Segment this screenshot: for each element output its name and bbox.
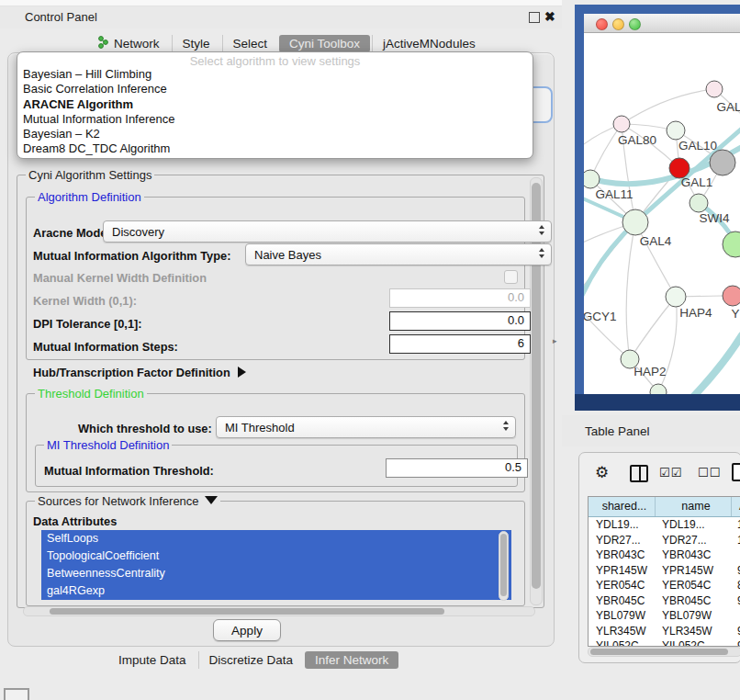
mi-threshold-label: Mutual Information Threshold: xyxy=(44,464,214,478)
network-window-titlebar[interactable] xyxy=(584,14,740,33)
minimized-panel-icon[interactable] xyxy=(4,688,29,700)
table-row[interactable]: YER054CYER054C8. xyxy=(589,578,740,593)
algorithm-option[interactable]: Basic Correlation Inference xyxy=(17,82,533,96)
kernel-width-field[interactable]: 0.0 xyxy=(389,288,531,308)
tab-style[interactable]: Style xyxy=(172,35,220,52)
tab-infer-network[interactable]: Infer Network xyxy=(305,651,398,669)
network-node-label: HAP4 xyxy=(679,306,712,320)
deselect-all-rows-icon[interactable]: ☐☐ xyxy=(698,466,721,480)
attribute-item[interactable]: gal4RGexp xyxy=(41,582,511,600)
column-view-icon[interactable] xyxy=(630,465,648,482)
which-threshold-combo[interactable]: MI Threshold xyxy=(216,416,516,438)
manual-kernel-width-checkbox[interactable] xyxy=(504,270,518,284)
network-node-green-right[interactable] xyxy=(723,231,740,257)
network-edge[interactable] xyxy=(584,222,635,300)
data-attributes-list[interactable]: SelfLoopsTopologicalCoefficientBetweenne… xyxy=(41,530,511,600)
network-edge[interactable] xyxy=(630,297,676,359)
algorithm-option[interactable]: ARACNE Algorithm xyxy=(17,97,533,112)
tab-jactivemnodules[interactable]: jActiveMNodules xyxy=(372,35,486,52)
network-node-gray-node[interactable] xyxy=(710,150,735,175)
node-attribute-table[interactable]: shared...nameAYDL19...YDL19...13YDR27...… xyxy=(588,496,740,647)
table-row[interactable]: YBL079WYBL079W xyxy=(589,608,740,624)
tab-network[interactable]: Network xyxy=(87,34,170,53)
tab-cyni-toolbox[interactable]: Cyni Toolbox xyxy=(279,35,370,52)
table-scrollbar-thumb[interactable] xyxy=(590,649,728,655)
tab-impute-data[interactable]: Impute Data xyxy=(108,651,196,669)
network-node-hap4[interactable] xyxy=(666,287,686,307)
network-node-gal10[interactable] xyxy=(667,121,685,140)
column-header[interactable]: name xyxy=(656,497,732,516)
tab-discretize-data[interactable]: Discretize Data xyxy=(198,651,304,669)
attributes-scrollbar-thumb[interactable] xyxy=(500,534,507,596)
network-view-window: GALGAL80GAL10GAL1GAL11SWI4GAL4HAP4YGCY1H… xyxy=(584,14,740,394)
kernel-width-label: Kernel Width (0,1): xyxy=(33,294,137,308)
cell-extra: 9. xyxy=(730,624,740,639)
algorithm-option[interactable]: Bayesian – Hill Climbing xyxy=(17,67,533,82)
aracne-mode-value: Discovery xyxy=(112,225,164,239)
network-node-salmon-partial[interactable] xyxy=(723,286,740,306)
algorithm-option[interactable]: Mutual Information Inference xyxy=(17,112,533,127)
network-node-gal-partial[interactable] xyxy=(706,81,723,97)
table-horizontal-scrollbar[interactable] xyxy=(588,647,740,657)
apply-button[interactable]: Apply xyxy=(213,619,281,641)
split-pane-handle[interactable]: ▸ xyxy=(553,336,557,345)
table-row[interactable]: YBR043CYBR043C xyxy=(589,548,740,563)
cell-shared-name: YER054C xyxy=(589,578,655,593)
table-settings-gear-icon[interactable]: ⚙ xyxy=(595,465,609,480)
dpi-tolerance-field[interactable]: 0.0 xyxy=(389,311,531,331)
threshold-definition-title: Threshold Definition xyxy=(35,387,147,401)
hub-definition-label: Hub/Transcription Factor Definition xyxy=(33,366,230,379)
attribute-item[interactable]: BetweennessCentrality xyxy=(41,565,511,582)
dropdown-placeholder: Select algorithm to view settings xyxy=(17,52,533,67)
cell-name: YBL079W xyxy=(655,608,730,624)
column-header[interactable]: shared... xyxy=(589,497,656,516)
select-all-rows-icon[interactable]: ☑☑ xyxy=(659,466,682,480)
network-edge[interactable] xyxy=(622,89,714,124)
mi-threshold-field[interactable]: 0.5 xyxy=(386,458,528,478)
sources-group-toggle[interactable]: Sources for Network Inference xyxy=(35,494,220,508)
network-node-swi4[interactable] xyxy=(690,194,708,212)
network-edge[interactable] xyxy=(626,222,635,359)
tab-label: Cyni Toolbox xyxy=(289,37,360,51)
attribute-item[interactable]: SelfLoops xyxy=(41,530,511,548)
close-panel-icon[interactable]: ✖ xyxy=(544,8,555,25)
network-edge-thick[interactable] xyxy=(690,335,740,394)
network-node-gal4[interactable] xyxy=(622,209,648,235)
hub-definition-toggle[interactable]: Hub/Transcription Factor Definition xyxy=(33,366,246,379)
algorithm-option[interactable]: Dream8 DC_TDC Algorithm xyxy=(17,141,533,156)
float-panel-icon[interactable] xyxy=(529,12,540,23)
cell-extra: 9. xyxy=(730,593,740,609)
horizontal-scrollbar-thumb[interactable] xyxy=(50,608,444,615)
cell-name: YER054C xyxy=(655,578,730,593)
network-canvas[interactable]: GALGAL80GAL10GAL1GAL11SWI4GAL4HAP4YGCY1H… xyxy=(584,32,740,394)
table-row[interactable]: YBR045CYBR045C9. xyxy=(589,593,740,609)
attribute-item[interactable]: TopologicalCoefficient xyxy=(41,548,511,565)
zoom-traffic-light-icon[interactable] xyxy=(629,18,641,30)
minimize-traffic-light-icon[interactable] xyxy=(612,18,624,30)
table-row[interactable]: YIL052CYIL052C9. xyxy=(589,638,740,647)
algorithm-option[interactable]: Bayesian – K2 xyxy=(17,127,533,141)
data-attributes-label: Data Attributes xyxy=(33,514,117,528)
cell-extra xyxy=(730,608,740,624)
settings-horizontal-scrollbar[interactable] xyxy=(23,606,535,616)
combo-stepper-icon xyxy=(503,421,509,431)
tab-select[interactable]: Select xyxy=(222,35,278,52)
close-traffic-light-icon[interactable] xyxy=(596,18,608,30)
bottom-tabbar: Impute DataDiscretize DataInfer Network xyxy=(108,649,398,670)
algorithm-dropdown-list[interactable]: Select algorithm to view settings Bayesi… xyxy=(17,51,533,159)
cell-name: YBR045C xyxy=(655,593,730,609)
column-header[interactable]: A xyxy=(732,497,740,516)
mi-steps-field[interactable]: 6 xyxy=(389,334,531,354)
network-node-gal80[interactable] xyxy=(613,116,630,132)
cell-extra: 12 xyxy=(730,533,740,548)
attributes-list-scrollbar[interactable] xyxy=(499,531,509,601)
table-row[interactable]: YLR345WYLR345W9. xyxy=(589,624,740,639)
table-row[interactable]: YPR145WYPR145W9. xyxy=(589,563,740,579)
table-row[interactable]: YDL19...YDL19...13 xyxy=(589,517,740,533)
mi-algorithm-type-combo[interactable]: Naive Bayes xyxy=(245,243,552,265)
table-row[interactable]: YDR27...YDR27...12 xyxy=(589,533,740,548)
control-panel-title: Control Panel xyxy=(25,10,97,24)
new-column-doc-icon[interactable] xyxy=(732,463,740,481)
aracne-mode-combo[interactable]: Discovery xyxy=(103,220,552,243)
network-node-gal11[interactable] xyxy=(584,170,600,188)
